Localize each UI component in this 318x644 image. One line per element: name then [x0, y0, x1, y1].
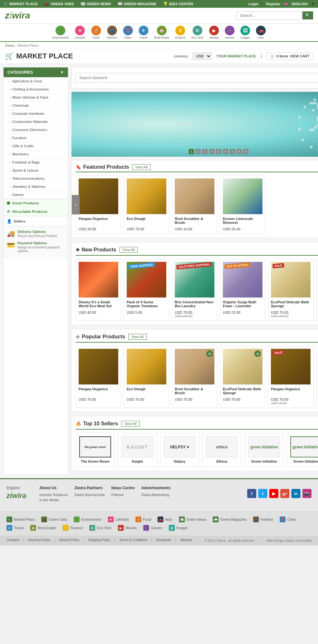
footer-icon-link[interactable]: $Finance [63, 525, 83, 531]
footer-bottom-link[interactable]: Disclaimer [156, 538, 172, 543]
social-button-gp[interactable]: g+ [280, 489, 289, 498]
footer-investor-link[interactable]: Investor Relations [39, 493, 68, 497]
product-card[interactable]: ♻ EcoPouf Delicate Bath Sponge USD 70.00 [220, 346, 265, 408]
login-link[interactable]: Login [248, 2, 258, 6]
social-button-fb[interactable]: f [247, 489, 256, 498]
social-button-tw[interactable]: t [258, 489, 267, 498]
icon-nav-fashion[interactable]: 👗Fashion [107, 26, 117, 39]
category-link[interactable]: Computer Hardware [4, 110, 68, 117]
sellers-link[interactable]: Sellers [14, 219, 25, 223]
category-link[interactable]: Machinery [4, 150, 68, 158]
category-link[interactable]: Agriculture & Food [4, 77, 68, 85]
sellers-sidebar-item[interactable]: 👤 Sellers [4, 216, 68, 226]
category-link[interactable]: Clothing & Accessories [4, 85, 68, 93]
footer-bottom-link[interactable]: Payment Policy [28, 538, 51, 543]
product-card[interactable]: ♻ Root Scrubber & Brush USD 70.00 [172, 346, 217, 408]
category-link[interactable]: Gifts & Crafts [4, 142, 68, 150]
product-card[interactable]: Eco Dough USD 70.00 [124, 346, 169, 408]
footer-icon-link[interactable]: 🏠Real Estate [30, 525, 56, 531]
category-link[interactable]: Telecommunications [4, 175, 68, 182]
category-link[interactable]: Games [4, 191, 68, 199]
footer-icon-link[interactable]: 📍Cities [280, 516, 296, 522]
register-link[interactable]: Register [266, 2, 280, 6]
footer-icon-link[interactable]: 📖Green Magazine [213, 516, 247, 522]
banner-dot-3[interactable]: 3 [202, 149, 208, 154]
logo[interactable]: ziwira [5, 10, 30, 21]
banner-dot-2[interactable]: 2 [196, 149, 201, 154]
product-card[interactable]: Eco Dough USD 70.00 [124, 176, 169, 234]
footer-policies-link[interactable]: Policies [111, 493, 135, 497]
product-card[interactable]: OUT OF STOCK Organic Surge Bath Foam - L… [220, 259, 265, 321]
currency-dropdown[interactable]: USD [193, 53, 211, 60]
icon-nav-eco-tech[interactable]: ⚙Eco Tech [191, 26, 203, 39]
footer-icon-link[interactable]: 🖼Images [169, 525, 188, 531]
social-button-li[interactable]: in [291, 489, 300, 498]
recyclable-products-item[interactable]: ♻ Recyclable Products [4, 207, 68, 216]
footer-icon-link[interactable]: 🍴Food [135, 516, 151, 522]
product-card[interactable]: Root Scrubber & Brush USD 10.00 [172, 176, 217, 234]
category-link[interactable]: Construction Materials [4, 118, 68, 126]
green-products-link[interactable]: Green Products [12, 201, 39, 205]
footer-bottom-link[interactable]: Sitemap [180, 538, 192, 543]
footer-icon-link[interactable]: 🎮Games [143, 525, 162, 531]
banner-dot-4[interactable]: 4 [209, 149, 214, 154]
seller-card[interactable]: KAIGHT Kaight [118, 433, 157, 467]
topbar-greennews[interactable]: 📰GREEN NEWS [81, 2, 111, 6]
icon-nav-movies[interactable]: ▶Movies [209, 26, 219, 39]
icon-nav-lifestyle[interactable]: ♥Lifestyle [75, 26, 85, 39]
footer-icon-link[interactable]: 🚗Auto [158, 516, 172, 522]
product-card[interactable]: Evian [316, 259, 318, 321]
product-card[interactable]: SALE Pangea Organics USD 70.00USD 30.00 [268, 346, 313, 408]
product-card[interactable]: Pangea Organics USD 70.00 [76, 346, 121, 408]
footer-media-link[interactable]: In the Media [39, 498, 68, 502]
footer-bottom-link[interactable]: Refund Policy [59, 538, 80, 543]
icon-nav-real-estate[interactable]: 🏠Real Estate [154, 26, 170, 39]
footer-icon-link[interactable]: 👗Fashion [253, 516, 273, 522]
topbar-greenjobs[interactable]: 💼GREEN JOBS [44, 2, 74, 6]
category-link[interactable]: Motor Vehicles & Parts [4, 93, 68, 101]
banner-dot-6[interactable]: 6 [223, 149, 228, 154]
seller-card[interactable]: the green room The Green Room [76, 433, 115, 467]
recyclable-products-link[interactable]: Recyclable Products [12, 210, 47, 213]
topbar-ideacenter[interactable]: 💡IDEA CENTER [163, 2, 193, 6]
footer-icon-link[interactable]: ▶Movies [118, 525, 137, 531]
banner-dot-7[interactable]: 7 [230, 149, 235, 154]
featured-prev-button[interactable]: ‹ [72, 195, 80, 214]
new-products-view-all[interactable]: View All [120, 247, 138, 253]
header-search-button[interactable]: 🔍 [302, 11, 313, 19]
seller-card[interactable]: green Initiative Green Initiative [287, 433, 318, 467]
footer-advertising-link[interactable]: Ziwira Advertising [141, 493, 171, 497]
footer-bottom-link[interactable]: Contacts [6, 538, 19, 543]
your-marketplace-link[interactable]: YOUR MARKET PLACE [216, 54, 256, 58]
category-link[interactable]: Furniture [4, 134, 68, 142]
banner-dot-5[interactable]: 5 [216, 149, 221, 154]
product-card[interactable]: Boss [316, 346, 318, 408]
topbar-marketplace[interactable]: 🛒MARKET PLACE [3, 2, 38, 6]
footer-icon-link[interactable]: 🛒Market Place [6, 516, 35, 522]
seller-card[interactable]: ethica Ethica [202, 433, 241, 467]
product-card[interactable]: SALE EcoPouf Delicate Bath Sponge USD 70… [268, 259, 313, 321]
social-button-yt[interactable]: ▶ [269, 489, 278, 498]
footer-icon-link[interactable]: ⚙Eco Tech [89, 525, 111, 531]
featured-view-all[interactable]: View All [132, 164, 150, 170]
footer-logo[interactable]: ziwira [6, 492, 26, 500]
category-link[interactable]: Consumer Electronics [4, 126, 68, 134]
icon-nav-games[interactable]: 🎮Games [225, 26, 235, 39]
footer-icon-link[interactable]: ✈Travel [6, 525, 24, 531]
sellers-view-all[interactable]: View All [121, 421, 139, 427]
popular-view-all[interactable]: View All [128, 334, 146, 340]
icon-nav-environment[interactable]: 🌿Environment [52, 26, 69, 39]
footer-icon-link[interactable]: 📰Green News [179, 516, 206, 522]
topbar-greenmagazine[interactable]: 📖GREEN MAGAZINE [118, 2, 157, 6]
language-selector[interactable]: ENGLISH [292, 2, 308, 6]
icon-nav-travel[interactable]: ✈Travel [139, 26, 148, 39]
banner-dot-9[interactable]: 9 [243, 149, 248, 154]
seller-card[interactable]: green Initiative Green Initiative [245, 433, 284, 467]
footer-icon-link[interactable]: ♥LifeStyle [108, 516, 129, 522]
footer-sponsorship-link[interactable]: Ziwira Sponsorship [74, 493, 105, 497]
banner-dot-8[interactable]: 8 [236, 149, 242, 154]
category-link[interactable]: Chemicals [4, 102, 68, 109]
category-link[interactable]: Footwear & Bags [4, 158, 68, 166]
footer-bottom-link[interactable]: Terms & Conditions [119, 538, 147, 543]
icon-nav-auto[interactable]: 🚗Auto [256, 26, 266, 39]
